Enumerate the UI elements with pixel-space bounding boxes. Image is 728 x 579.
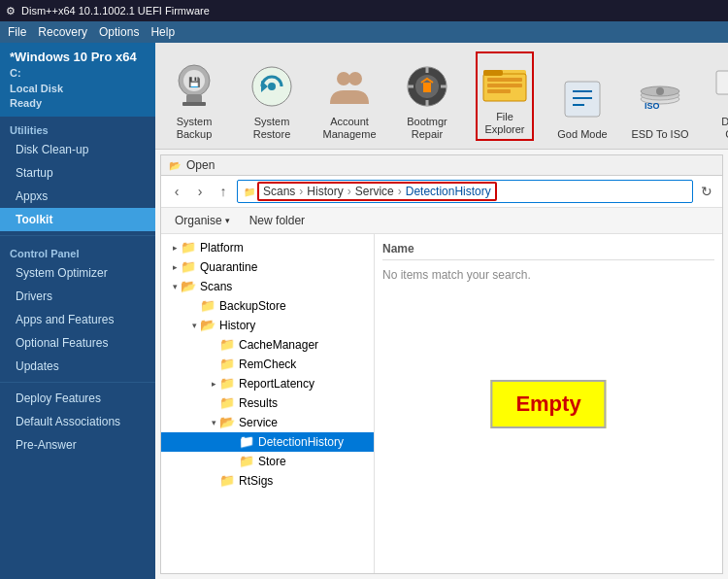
system-status: Ready: [10, 96, 146, 111]
filelist-header: Name: [382, 242, 714, 260]
svg-point-8: [337, 72, 350, 85]
tree-label-results: Results: [239, 396, 278, 410]
fe-open-icon: 📂: [169, 160, 181, 171]
folder-icon-rtsigs: 📁: [219, 473, 235, 489]
expand-backupstore: [188, 300, 200, 312]
account-management-icon: [324, 61, 375, 112]
expand-reportlatency: [208, 378, 219, 390]
svg-point-30: [656, 87, 664, 95]
organise-button[interactable]: Organise ▾: [169, 212, 236, 229]
system-title: *Windows 10 Pro x64: [10, 49, 146, 66]
sidebar-header: *Windows 10 Pro x64 C: Local Disk Ready: [0, 43, 155, 117]
path-highlight: Scans › History › Service › DetectionHis…: [257, 182, 497, 201]
menu-bar: File Recovery Options Help: [0, 21, 728, 43]
sidebar-item-drivers[interactable]: Drivers: [0, 285, 155, 308]
god-mode-icon: [557, 74, 608, 124]
tree-item-results[interactable]: 📁 Results: [161, 393, 374, 413]
tree-item-backupstore[interactable]: 📁 BackupStore: [161, 296, 374, 316]
sidebar-item-startup[interactable]: Startup: [0, 161, 155, 185]
toolbar-god-mode[interactable]: God Mode: [553, 74, 612, 141]
toolbar-dwim-conv[interactable]: D/WIM Conv: [709, 61, 728, 141]
tree-item-platform[interactable]: 📁 Platform: [161, 238, 374, 257]
empty-badge: Empty: [490, 380, 606, 428]
file-list: Name No items match your search. Empty: [375, 234, 722, 573]
tree-item-history[interactable]: 📂 History: [161, 316, 374, 335]
organise-label: Organise: [175, 214, 222, 227]
folder-icon-reportlatency: 📁: [219, 376, 235, 392]
fe-content: 📁 Platform 📁 Quarantine 📂 Scans: [161, 234, 722, 573]
dwim-conv-icon: [712, 61, 728, 112]
sidebar-item-appxs[interactable]: Appxs: [0, 185, 155, 208]
title-bar: ⚙ Dism++x64 10.1.1002.1 UEFI Firmware: [0, 0, 728, 21]
toolbar-bootmgr-repair[interactable]: Bootmgr Repair: [398, 61, 456, 141]
svg-rect-22: [487, 89, 511, 93]
folder-icon-backupstore: 📁: [200, 298, 215, 314]
tree-label-reportlatency: ReportLatency: [239, 377, 314, 391]
tree-label-detectionhistory: DetectionHistory: [258, 435, 344, 449]
sidebar-item-deploy-features[interactable]: Deploy Features: [0, 387, 155, 410]
tree-label-service: Service: [239, 416, 278, 429]
toolbar: 💾 System Backup System Restore: [155, 43, 728, 150]
nav-forward-button[interactable]: ›: [190, 182, 210, 201]
sidebar-item-optional-features[interactable]: Optional Features: [0, 331, 155, 355]
toolbar-file-explorer[interactable]: File Explorer: [476, 51, 534, 141]
path-icon: 📁: [244, 187, 255, 197]
nav-refresh-button[interactable]: ↻: [697, 182, 716, 201]
toolbar-system-backup[interactable]: 💾 System Backup: [165, 61, 223, 141]
svg-rect-20: [487, 78, 522, 82]
expand-scans: [169, 281, 181, 292]
svg-text:ISO: ISO: [645, 101, 660, 111]
toolbar-system-restore[interactable]: System Restore: [243, 61, 301, 141]
content-area: 💾 System Backup System Restore: [155, 43, 728, 579]
new-folder-button[interactable]: New folder: [244, 212, 311, 229]
sidebar: *Windows 10 Pro x64 C: Local Disk Ready …: [0, 43, 155, 579]
sidebar-item-updates[interactable]: Updates: [0, 355, 155, 378]
file-explorer-label: File Explorer: [480, 111, 529, 136]
tree-item-store[interactable]: 📁 Store: [161, 452, 374, 471]
file-tree: 📁 Platform 📁 Quarantine 📂 Scans: [161, 234, 375, 573]
expand-remcheck: [208, 358, 219, 370]
sidebar-item-system-optimizer[interactable]: System Optimizer: [0, 261, 155, 285]
menu-options[interactable]: Options: [99, 25, 139, 39]
folder-icon-service: 📂: [219, 415, 235, 430]
sidebar-item-default-associations[interactable]: Default Associations: [0, 410, 155, 433]
tree-label-scans: Scans: [200, 280, 232, 293]
tree-label-backupstore: BackupStore: [219, 299, 286, 313]
menu-file[interactable]: File: [8, 25, 26, 39]
tree-item-quarantine[interactable]: 📁 Quarantine: [161, 257, 374, 277]
control-panel-section-label: Control Panel: [0, 240, 155, 261]
sidebar-item-disk-cleanup[interactable]: Disk Clean-up: [0, 138, 155, 161]
organise-arrow: ▾: [225, 216, 230, 225]
tree-item-scans[interactable]: 📂 Scans: [161, 277, 374, 296]
expand-platform: [169, 242, 181, 254]
bootmgr-repair-icon: [402, 61, 452, 112]
nav-up-button[interactable]: ↑: [214, 182, 233, 201]
tree-item-cachemanager[interactable]: 📁 CacheManager: [161, 335, 374, 355]
menu-recovery[interactable]: Recovery: [38, 25, 87, 39]
fe-titlebar: 📂 Open: [161, 155, 722, 176]
folder-icon-cachemanager: 📁: [219, 337, 235, 353]
system-backup-icon: 💾: [169, 61, 219, 112]
path-part-service: Service: [355, 185, 394, 198]
folder-icon-remcheck: 📁: [219, 357, 235, 372]
tree-label-remcheck: RemCheck: [239, 358, 296, 371]
tree-item-reportlatency[interactable]: 📁 ReportLatency: [161, 374, 374, 393]
sidebar-item-apps-features[interactable]: Apps and Features: [0, 308, 155, 331]
nav-back-button[interactable]: ‹: [167, 182, 186, 201]
tree-item-detectionhistory[interactable]: 📁 DetectionHistory: [161, 432, 374, 452]
tree-item-rtsigs[interactable]: 📁 RtSigs: [161, 471, 374, 491]
path-bar[interactable]: 📁 Scans › History › Service › DetectionH…: [237, 180, 693, 203]
svg-rect-3: [182, 102, 206, 106]
svg-rect-16: [423, 83, 431, 92]
tree-item-service[interactable]: 📂 Service: [161, 413, 374, 432]
expand-results: [208, 397, 219, 409]
toolbar-account-management[interactable]: Account Manageme: [320, 61, 379, 141]
tree-item-remcheck[interactable]: 📁 RemCheck: [161, 355, 374, 374]
menu-help[interactable]: Help: [150, 25, 175, 39]
esd-to-iso-label: ESD To ISO: [631, 128, 688, 141]
sidebar-item-toolkit[interactable]: Toolkit: [0, 208, 155, 231]
toolbar-esd-to-iso[interactable]: ISO ESD To ISO: [631, 74, 689, 141]
sidebar-item-pre-answer[interactable]: Pre-Answer: [0, 433, 155, 457]
system-restore-label: System Restore: [243, 116, 301, 141]
drive-name: Local Disk: [10, 82, 146, 96]
